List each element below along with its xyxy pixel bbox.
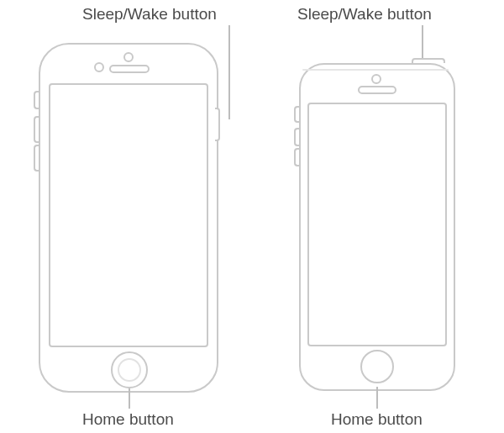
phone-right-mute-switch bbox=[294, 106, 299, 123]
phone-right-volume-down-button bbox=[294, 148, 299, 166]
phone-left-home-button-ring bbox=[118, 358, 141, 382]
phone-right-camera-dot bbox=[371, 74, 381, 84]
phone-right-sleep-wake-button bbox=[412, 58, 445, 63]
phone-left-mute-switch bbox=[34, 91, 39, 109]
diagram-stage: Sleep/Wake button Sleep/Wake button Home… bbox=[0, 0, 504, 433]
phone-left-sensor-dot bbox=[94, 62, 104, 72]
phone-left-earpiece bbox=[109, 65, 150, 73]
phone-right-screen bbox=[307, 103, 447, 346]
phone-left-volume-up-button bbox=[34, 116, 39, 143]
phone-right-volume-up-button bbox=[294, 128, 299, 146]
phone-right-home-button bbox=[360, 350, 394, 383]
phone-left-screen bbox=[49, 83, 208, 347]
leader-home-left bbox=[129, 388, 130, 409]
phone-left-camera-dot bbox=[123, 52, 134, 62]
label-home-right: Home button bbox=[331, 410, 423, 429]
leader-home-right bbox=[376, 387, 378, 409]
label-sleep-wake-left: Sleep/Wake button bbox=[82, 5, 217, 24]
label-sleep-wake-right: Sleep/Wake button bbox=[297, 5, 432, 24]
phone-left-volume-down-button bbox=[34, 145, 39, 172]
phone-left-sleep-wake-button bbox=[215, 108, 220, 141]
leader-sleep-wake-right bbox=[422, 25, 423, 59]
phone-right-top-rim bbox=[302, 69, 449, 71]
phone-right-earpiece bbox=[358, 86, 396, 94]
leader-sleep-wake-left bbox=[228, 25, 230, 119]
label-home-left: Home button bbox=[82, 410, 174, 429]
